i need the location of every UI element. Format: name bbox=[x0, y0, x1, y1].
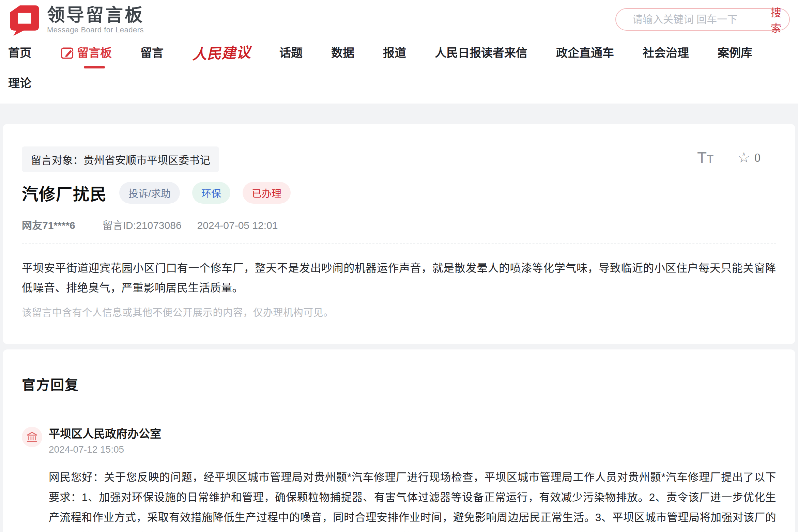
nav-item-topics[interactable]: 话题 bbox=[279, 44, 303, 62]
message-author: 网友71****6 bbox=[22, 217, 75, 232]
government-building-icon bbox=[26, 431, 38, 443]
tag-domain: 环保 bbox=[192, 182, 230, 204]
star-icon: ☆ bbox=[737, 151, 750, 165]
message-body: 平坝安平街道迎宾花园小区门口有一个修车厂，整天不是发出吵闹的机器运作声音，就是散… bbox=[22, 259, 776, 298]
message-card: 留言对象：贵州省安顺市平坝区委书记 TT ☆ 0 汽修厂扰民 投诉/求助 环保 … bbox=[3, 124, 795, 344]
nav-item-social-governance[interactable]: 社会治理 bbox=[643, 44, 689, 62]
search-box[interactable]: 搜索 bbox=[615, 8, 790, 31]
official-reply-card: 官方回复 平坝区人民政府办公室 2024-07-12 15:05 网民您好：关于… bbox=[3, 349, 795, 532]
nav-item-case-library[interactable]: 案例库 bbox=[718, 44, 752, 62]
nav-item-data[interactable]: 数据 bbox=[331, 44, 354, 62]
nav-item-reader-letters[interactable]: 人民日报读者来信 bbox=[435, 44, 527, 62]
nav-item-gov-enterprise[interactable]: 政企直通车 bbox=[556, 44, 614, 62]
search-button[interactable]: 搜索 bbox=[771, 4, 781, 35]
logo-speech-bubble-icon bbox=[8, 3, 41, 36]
site-logo[interactable]: 领导留言板 Message Board for Leaders bbox=[8, 3, 144, 36]
search-input[interactable] bbox=[632, 13, 765, 26]
reply-divider bbox=[22, 407, 776, 407]
nav-item-messages[interactable]: 留言 bbox=[140, 44, 164, 62]
nav-item-renmin-jianyi[interactable]: 人民建议 bbox=[192, 42, 251, 64]
privacy-note: 该留言中含有个人信息或其他不便公开展示的内容，仅办理机构可见。 bbox=[22, 304, 776, 319]
favorite-button[interactable]: ☆ 0 bbox=[737, 151, 761, 165]
favorite-count: 0 bbox=[754, 151, 761, 165]
reply-datetime: 2024-07-12 15:05 bbox=[49, 444, 161, 455]
reply-agency-name: 平坝区人民政府办公室 bbox=[49, 427, 161, 440]
message-title: 汽修厂扰民 bbox=[22, 181, 107, 205]
main-nav: 首页 留言板 留言 人民建议 话题 数据 报道 人民日报读者来信 政企直通车 社… bbox=[8, 36, 790, 104]
font-size-toggle[interactable]: TT bbox=[697, 150, 713, 166]
nav-item-reports[interactable]: 报道 bbox=[383, 44, 406, 62]
tag-status: 已办理 bbox=[243, 182, 291, 204]
message-target-tag: 留言对象：贵州省安顺市平坝区委书记 bbox=[22, 146, 219, 172]
message-datetime: 2024-07-05 12:01 bbox=[197, 220, 278, 231]
page-main: 留言对象：贵州省安顺市平坝区委书记 TT ☆ 0 汽修厂扰民 投诉/求助 环保 … bbox=[0, 104, 798, 532]
nav-item-home[interactable]: 首页 bbox=[8, 44, 31, 62]
compose-icon bbox=[60, 46, 74, 60]
logo-subtitle: Message Board for Leaders bbox=[47, 26, 144, 34]
tag-category: 投诉/求助 bbox=[119, 182, 180, 204]
dashed-divider bbox=[22, 243, 776, 244]
message-id: 留言ID:21073086 bbox=[103, 217, 182, 232]
logo-title: 领导留言板 bbox=[47, 5, 144, 25]
nav-item-theory[interactable]: 理论 bbox=[8, 74, 31, 92]
site-header: 领导留言板 Message Board for Leaders 搜索 首页 留言… bbox=[0, 0, 798, 104]
nav-item-message-board[interactable]: 留言板 bbox=[60, 44, 112, 62]
government-avatar bbox=[22, 427, 42, 447]
reply-body: 网民您好：关于您反映的问题，经平坝区城市管理局对贵州颢*汽车修理厂进行现场检查，… bbox=[49, 467, 776, 532]
reply-section-title: 官方回复 bbox=[22, 374, 776, 394]
